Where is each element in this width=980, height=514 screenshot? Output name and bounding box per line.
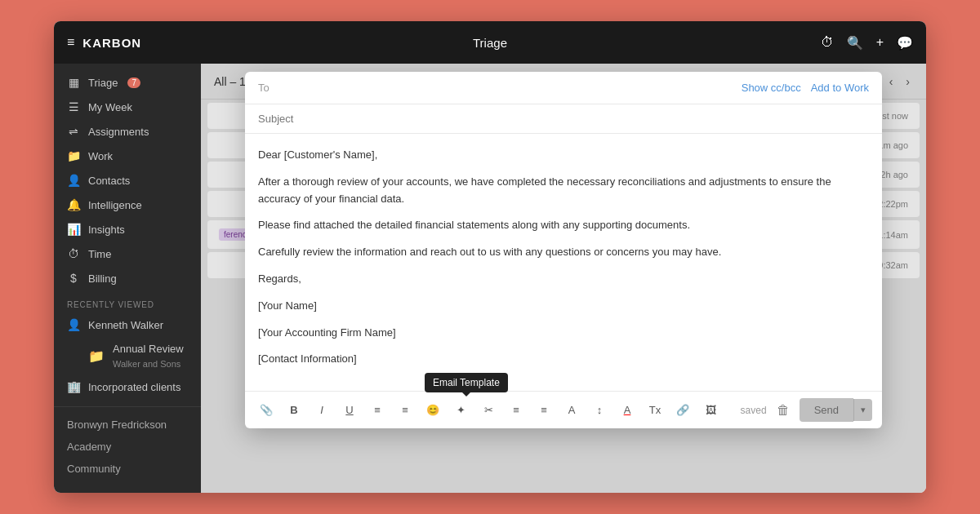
body-regards: Regards, xyxy=(258,271,869,288)
triage-icon: ▦ xyxy=(67,76,80,89)
send-dropdown-button[interactable]: ▾ xyxy=(853,399,872,421)
italic-button[interactable]: I xyxy=(310,399,333,422)
contacts-icon: 👤 xyxy=(67,174,80,187)
sidebar-footer-academy[interactable]: Academy xyxy=(54,436,201,458)
send-button[interactable]: Send xyxy=(800,398,853,422)
sidebar-item-kenneth-walker[interactable]: 👤 Kenneth Walker xyxy=(54,312,201,337)
community-label: Community xyxy=(67,463,121,475)
content-area: All – 123 ▾ 1 – 50 of 123 ‹ › Just now 2… xyxy=(201,64,926,493)
sidebar-label-intelligence: Intelligence xyxy=(88,199,142,211)
link-button[interactable]: 🔗 xyxy=(671,399,694,422)
main-layout: ▦ Triage 7 ☰ My Week ⇌ Assignments 📁 Wor… xyxy=(54,64,926,493)
sidebar-item-time[interactable]: ⏱ Time xyxy=(54,241,201,266)
sidebar-item-myweek[interactable]: ☰ My Week xyxy=(54,95,201,119)
sidebar-item-triage[interactable]: ▦ Triage 7 xyxy=(54,70,201,95)
compose-toolbar: Email Template 📎 B I U ≡ ≡ 😊 ✦ ✂ ≡ ≡ A ↕ xyxy=(245,391,882,428)
align-left-button[interactable]: ≡ xyxy=(505,399,528,422)
sidebar-label-assignments: Assignments xyxy=(88,126,149,138)
bullet-list-button[interactable]: ≡ xyxy=(366,399,389,422)
work-icon: 📁 xyxy=(67,149,80,162)
send-button-group: Send ▾ xyxy=(800,398,872,422)
intelligence-icon: 🔔 xyxy=(67,198,80,211)
sidebar-label-insights: Insights xyxy=(88,224,125,236)
compose-body[interactable]: Dear [Customer's Name], After a thorough… xyxy=(245,134,882,391)
body-firm: [Your Accounting Firm Name] xyxy=(258,325,869,342)
body-greeting: Dear [Customer's Name], xyxy=(258,147,869,164)
bold-button[interactable]: B xyxy=(283,399,305,422)
sidebar: ▦ Triage 7 ☰ My Week ⇌ Assignments 📁 Wor… xyxy=(54,64,201,493)
topbar-title: Triage xyxy=(473,36,507,50)
app-logo: KARBON xyxy=(82,36,141,50)
sidebar-label-billing: Billing xyxy=(88,273,117,285)
attachment-button[interactable]: 📎 xyxy=(255,399,278,422)
insights-icon: 📊 xyxy=(67,223,80,236)
sidebar-label-time: Time xyxy=(88,248,111,260)
template-button[interactable]: ✦ xyxy=(449,399,472,422)
contact-icon: 👤 xyxy=(67,318,80,331)
billing-icon: $ xyxy=(67,272,80,285)
body-name: [Your Name] xyxy=(258,298,869,315)
body-paragraph-3: Carefully review the information and rea… xyxy=(258,244,869,261)
image-button[interactable]: 🖼 xyxy=(699,399,722,422)
align-right-button[interactable]: ≡ xyxy=(532,399,555,422)
sidebar-item-incorporated[interactable]: 🏢 Incorporated clients xyxy=(54,374,201,399)
recently-viewed-label: RECENTLY VIEWED xyxy=(54,290,201,312)
compose-modal: To Show cc/bcc Add to Work Dear [Custome xyxy=(245,72,882,428)
emoji-button[interactable]: 😊 xyxy=(421,399,444,422)
hamburger-icon[interactable]: ≡ xyxy=(67,35,74,50)
topbar-center: Triage xyxy=(214,36,766,50)
bronwyn-label: Bronwyn Fredrickson xyxy=(67,419,167,431)
sidebar-label-contacts: Contacts xyxy=(88,175,130,187)
sidebar-item-assignments[interactable]: ⇌ Assignments xyxy=(54,119,201,144)
sidebar-footer: Bronwyn Fredrickson Academy Community xyxy=(54,406,201,486)
sidebar-footer-bronwyn[interactable]: Bronwyn Fredrickson xyxy=(54,414,201,436)
sidebar-label-incorporated: Incorporated clients xyxy=(88,381,180,393)
topbar: ≡ KARBON Triage ⏱ 🔍 + 💬 xyxy=(54,21,926,64)
add-to-work-link[interactable]: Add to Work xyxy=(811,82,869,94)
body-paragraph-1: After a thorough review of your accounts… xyxy=(258,174,869,208)
subject-input[interactable] xyxy=(258,113,869,125)
body-contact: [Contact Information] xyxy=(258,351,869,368)
body-paragraph-2: Please find attached the detailed financ… xyxy=(258,217,869,234)
timer-icon[interactable]: ⏱ xyxy=(821,35,834,50)
sidebar-label-triage: Triage xyxy=(88,77,118,89)
saved-text: saved xyxy=(741,405,767,416)
delete-draft-button[interactable]: 🗑 xyxy=(772,399,795,422)
sidebar-item-contacts[interactable]: 👤 Contacts xyxy=(54,168,201,193)
scissors-button[interactable]: ✂ xyxy=(477,399,500,422)
font-size-button[interactable]: A xyxy=(560,399,583,422)
annual-review-sub: Walker and Sons xyxy=(113,359,180,369)
modal-overlay: To Show cc/bcc Add to Work Dear [Custome xyxy=(201,64,926,493)
myweek-icon: ☰ xyxy=(67,100,80,113)
add-icon[interactable]: + xyxy=(876,35,884,50)
sidebar-label-myweek: My Week xyxy=(88,101,132,113)
sidebar-footer-community[interactable]: Community xyxy=(54,458,201,480)
underline-button[interactable]: U xyxy=(338,399,361,422)
sidebar-item-annual-review[interactable]: 📁 Annual Review Walker and Sons xyxy=(54,337,201,374)
email-template-tooltip: Email Template xyxy=(425,373,508,392)
clear-format-button[interactable]: Tx xyxy=(644,399,666,422)
sidebar-label-work: Work xyxy=(88,150,113,162)
to-label: To xyxy=(258,82,283,94)
sidebar-label-kenneth: Kenneth Walker xyxy=(88,319,163,331)
topbar-left: ≡ KARBON xyxy=(67,35,214,50)
compose-subject-row xyxy=(245,104,882,134)
work-recent-icon: 📁 xyxy=(88,348,105,364)
show-cc-bcc-link[interactable]: Show cc/bcc xyxy=(742,82,801,94)
compose-to-row: To Show cc/bcc Add to Work xyxy=(245,72,882,104)
sidebar-item-work[interactable]: 📁 Work xyxy=(54,144,201,168)
sidebar-item-insights[interactable]: 📊 Insights xyxy=(54,217,201,241)
line-height-button[interactable]: ↕ xyxy=(588,399,611,422)
academy-label: Academy xyxy=(67,441,111,453)
org-icon: 🏢 xyxy=(67,380,80,393)
sidebar-item-intelligence[interactable]: 🔔 Intelligence xyxy=(54,193,201,217)
compose-header-actions: Show cc/bcc Add to Work xyxy=(742,82,869,94)
assignments-icon: ⇌ xyxy=(67,125,80,138)
to-input[interactable] xyxy=(283,82,742,94)
search-icon[interactable]: 🔍 xyxy=(847,35,863,51)
chat-icon[interactable]: 💬 xyxy=(897,35,913,51)
font-color-button[interactable]: A xyxy=(616,399,639,422)
annual-review-label: Annual Review xyxy=(113,343,184,355)
numbered-list-button[interactable]: ≡ xyxy=(394,399,416,422)
sidebar-item-billing[interactable]: $ Billing xyxy=(54,266,201,290)
